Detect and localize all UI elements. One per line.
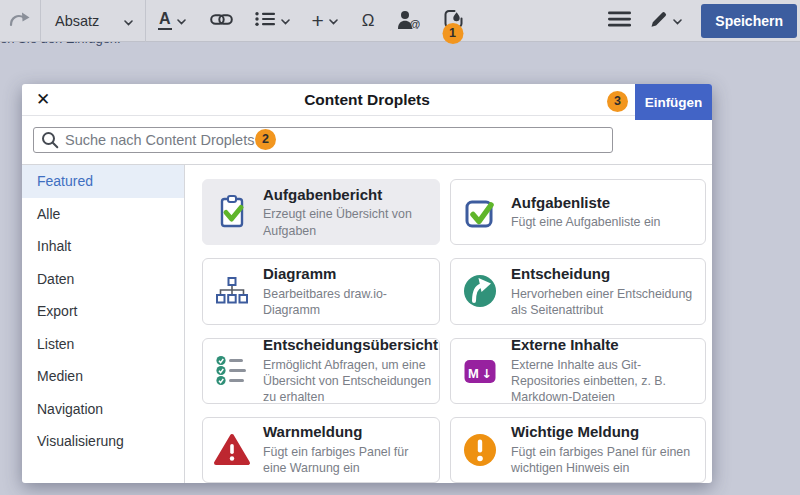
droplet-description: Fügt eine Aufgabenliste ein	[511, 214, 661, 230]
important-circle-icon	[461, 432, 499, 468]
insert-link-button[interactable]	[201, 0, 242, 42]
droplet-card-aufgabenliste[interactable]: Aufgabenliste Fügt eine Aufgabenliste ei…	[450, 179, 706, 245]
save-button[interactable]: Speichern	[701, 4, 797, 38]
mention-button[interactable]: @	[388, 0, 429, 42]
close-icon[interactable]: ✕	[22, 91, 50, 108]
droplet-description: Ermöglicht Abfragen, um eine Übersicht v…	[263, 357, 438, 405]
step-badge-1: 1	[442, 23, 463, 44]
droplet-description: Erzeugt eine Übersicht von Aufgaben	[263, 206, 429, 238]
overflow-menu-button[interactable]	[599, 0, 640, 42]
redo-icon	[9, 11, 31, 30]
list-format-button[interactable]	[246, 0, 299, 42]
link-icon	[210, 12, 233, 30]
search-input[interactable]	[33, 127, 613, 153]
droplet-title: Aufgabenbericht	[263, 186, 429, 205]
category-sidebar: Featured Alle Inhalt Daten Export Listen…	[22, 165, 185, 483]
special-character-button[interactable]: Ω	[353, 0, 384, 42]
svg-text:@: @	[409, 17, 420, 29]
droplet-description: Bearbeitbares draw.io-Diagramm	[263, 286, 429, 318]
droplet-title: Entscheidungsübersicht	[263, 336, 438, 355]
sidebar-item-visualisierung[interactable]: Visualisierung	[22, 425, 184, 458]
droplet-description: Fügt ein farbiges Panel für eine Warnung…	[263, 444, 429, 476]
sidebar-item-inhalt[interactable]: Inhalt	[22, 230, 184, 263]
markdown-icon: M↓	[461, 356, 499, 386]
svg-text:M: M	[468, 365, 479, 380]
plus-icon: +	[312, 10, 324, 31]
content-droplets-dialog: Einfügen 3 ✕ Content Droplets 2 Featured…	[22, 84, 712, 483]
edit-mode-button[interactable]	[640, 0, 691, 42]
clipboard-check-icon	[213, 194, 251, 230]
warning-triangle-icon	[213, 433, 251, 467]
sidebar-item-featured[interactable]: Featured	[22, 165, 184, 198]
omega-icon: Ω	[362, 12, 375, 29]
decision-list-icon	[213, 355, 251, 387]
step-badge-3: 3	[607, 91, 628, 112]
redo-button[interactable]	[0, 0, 40, 42]
chevron-down-icon	[673, 13, 682, 28]
pencil-icon	[649, 10, 668, 32]
droplet-title: Warnmeldung	[263, 423, 429, 442]
checkbox-check-icon	[461, 195, 499, 229]
insert-more-button[interactable]: +	[303, 0, 347, 42]
text-color-icon: A	[158, 11, 172, 30]
chevron-down-icon	[329, 13, 338, 28]
droplet-title: Wichtige Meldung	[511, 423, 695, 442]
mention-icon: @	[397, 10, 420, 32]
text-color-button[interactable]: A	[149, 0, 195, 42]
droplet-card-aufgabenbericht[interactable]: Aufgabenbericht Erzeugt eine Übersicht v…	[202, 179, 440, 245]
clipped-page-text: en Sie den Einfügen.	[0, 42, 220, 48]
sidebar-item-medien[interactable]: Medien	[22, 360, 184, 393]
sidebar-item-navigation[interactable]: Navigation	[22, 393, 184, 426]
droplet-description: Externe Inhalte aus Git-Repositories ein…	[511, 357, 695, 405]
droplet-title: Externe Inhalte	[511, 336, 695, 355]
insert-button[interactable]: Einfügen	[635, 84, 712, 120]
search-icon	[41, 131, 59, 153]
chevron-down-icon	[281, 13, 290, 28]
step-badge-2: 2	[255, 129, 276, 150]
chevron-down-icon	[177, 13, 186, 28]
sidebar-item-alle[interactable]: Alle	[22, 198, 184, 231]
sidebar-item-export[interactable]: Export	[22, 295, 184, 328]
search-section: 2	[22, 116, 712, 165]
droplet-card-externe-inhalte[interactable]: M↓ Externe Inhalte Externe Inhalte aus G…	[450, 338, 706, 404]
hamburger-menu-icon	[608, 11, 631, 30]
droplet-card-diagramm[interactable]: Diagramm Bearbeitbares draw.io-Diagramm	[202, 258, 440, 324]
sidebar-item-daten[interactable]: Daten	[22, 263, 184, 296]
svg-text:↓: ↓	[482, 366, 492, 381]
editor-toolbar: Absatz A + Ω @ 1	[0, 0, 800, 42]
droplet-grid: Aufgabenbericht Erzeugt eine Übersicht v…	[185, 165, 712, 483]
droplet-description: Hervorheben einer Entscheidung als Seite…	[511, 286, 695, 318]
content-droplet-button[interactable]: 1	[433, 0, 473, 42]
droplet-card-warnmeldung[interactable]: Warnmeldung Fügt ein farbiges Panel für …	[202, 417, 440, 483]
decision-arrow-icon	[461, 273, 499, 309]
droplet-title: Aufgabenliste	[511, 194, 661, 213]
paragraph-style-label: Absatz	[55, 13, 99, 29]
droplet-card-entscheidungsuebersicht[interactable]: Entscheidungsübersicht Ermöglicht Abfrag…	[202, 338, 440, 404]
droplet-card-entscheidung[interactable]: Entscheidung Hervorheben einer Entscheid…	[450, 258, 706, 324]
droplet-card-wichtige-meldung[interactable]: Wichtige Meldung Fügt ein farbiges Panel…	[450, 417, 706, 483]
droplet-title: Entscheidung	[511, 265, 695, 284]
chevron-down-icon	[124, 13, 133, 29]
sidebar-item-listen[interactable]: Listen	[22, 328, 184, 361]
bullet-list-icon	[255, 11, 276, 30]
paragraph-style-dropdown[interactable]: Absatz	[41, 0, 145, 42]
toolbar-separator	[145, 0, 146, 42]
drawio-diagram-icon	[213, 276, 251, 306]
droplet-description: Fügt ein farbiges Panel für einen wichti…	[511, 444, 695, 476]
droplet-title: Diagramm	[263, 265, 429, 284]
